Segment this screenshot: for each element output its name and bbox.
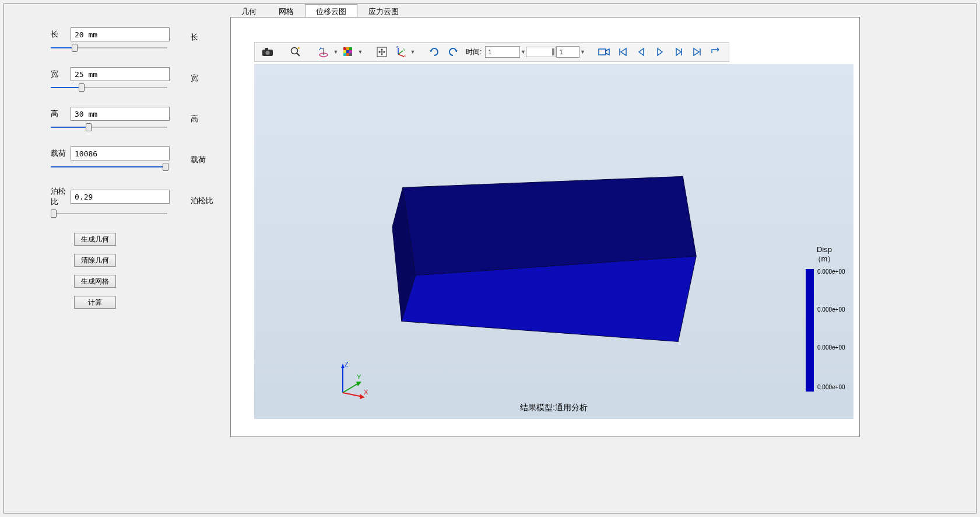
right-label-load: 载荷 xyxy=(191,155,214,165)
time-dropdown-icon[interactable]: ▼ xyxy=(520,49,526,55)
record-icon[interactable] xyxy=(596,44,612,60)
step-input[interactable] xyxy=(556,46,579,58)
probe-dropdown-icon[interactable]: ▼ xyxy=(333,49,339,55)
param-label-poisson: 泊松比 xyxy=(51,186,71,207)
generate-geometry-button[interactable]: 生成几何 xyxy=(74,233,116,246)
svg-rect-8 xyxy=(346,47,349,50)
probe-icon[interactable] xyxy=(315,44,332,60)
svg-rect-15 xyxy=(349,53,352,56)
colormap-icon[interactable] xyxy=(340,44,356,60)
skip-start-icon[interactable] xyxy=(614,44,631,60)
param-label-length: 长 xyxy=(51,29,71,40)
param-right-labels: 长 宽 高 载荷 泊松比 xyxy=(191,32,214,236)
step-back-icon[interactable] xyxy=(633,44,649,60)
svg-text:x: x xyxy=(404,54,406,57)
loop-icon[interactable] xyxy=(708,44,724,60)
svg-text:y: y xyxy=(403,47,405,51)
main-window: 长 宽 高 载荷 泊松比 xyxy=(3,4,977,513)
svg-point-3 xyxy=(291,48,298,54)
svg-point-1 xyxy=(266,51,270,55)
legend-tick-1: 0.000e+00 xyxy=(817,306,845,313)
step-forward-icon[interactable] xyxy=(670,44,687,60)
legend-title-2: （m） xyxy=(801,254,848,264)
svg-line-4 xyxy=(297,53,300,56)
legend-tick-0: 0.000e+00 xyxy=(817,268,845,275)
3d-viewport[interactable]: Z Y X 结果模型:通用分析 xyxy=(254,64,853,419)
viewport-toolbar: ▼ ▼ zyx ▼ 时间 xyxy=(254,42,729,62)
svg-text:z: z xyxy=(396,46,398,48)
poisson-input[interactable] xyxy=(71,190,170,204)
legend-tick-2: 0.000e+00 xyxy=(817,344,845,351)
param-label-width: 宽 xyxy=(51,69,71,79)
generate-mesh-button[interactable]: 生成网格 xyxy=(74,275,116,288)
param-label-load: 载荷 xyxy=(51,148,71,159)
svg-rect-9 xyxy=(349,47,352,50)
svg-rect-7 xyxy=(343,47,346,50)
time-slider[interactable] xyxy=(526,47,556,57)
legend-tick-3: 0.000e+00 xyxy=(817,384,845,390)
skip-end-icon[interactable] xyxy=(689,44,705,60)
model-label: 结果模型:通用分析 xyxy=(520,403,588,413)
rotate-cw-icon[interactable] xyxy=(426,44,442,60)
time-select[interactable] xyxy=(485,46,520,58)
right-label-width: 宽 xyxy=(191,73,214,83)
svg-line-33 xyxy=(343,383,359,393)
play-icon[interactable] xyxy=(652,44,668,60)
legend-bar xyxy=(806,269,814,392)
svg-text:X: X xyxy=(364,389,368,396)
axes-triad-icon[interactable]: zyx xyxy=(392,44,409,60)
width-input[interactable] xyxy=(71,67,170,81)
action-buttons: 生成几何 清除几何 生成网格 计算 xyxy=(74,233,226,309)
clear-geometry-button[interactable]: 清除几何 xyxy=(74,254,116,267)
color-legend: Disp （m） 0.000e+00 0.000e+00 0.000e+00 0… xyxy=(801,245,848,392)
length-input[interactable] xyxy=(71,27,170,41)
right-label-length: 长 xyxy=(191,32,214,43)
svg-rect-23 xyxy=(599,49,606,55)
svg-rect-10 xyxy=(343,50,346,53)
svg-line-36 xyxy=(343,393,363,397)
svg-line-19 xyxy=(398,51,403,54)
compute-button[interactable]: 计算 xyxy=(74,296,116,309)
axis-triad: Z Y X xyxy=(336,361,371,396)
svg-text:Y: Y xyxy=(357,373,361,380)
svg-rect-11 xyxy=(346,50,349,53)
right-label-height: 高 xyxy=(191,114,214,124)
rotate-ccw-icon[interactable] xyxy=(445,44,461,60)
load-input[interactable] xyxy=(71,146,170,160)
svg-line-18 xyxy=(398,54,404,57)
height-input[interactable] xyxy=(71,107,170,121)
svg-text:Z: Z xyxy=(345,361,349,368)
camera-icon[interactable] xyxy=(259,44,276,60)
svg-rect-13 xyxy=(343,53,346,56)
fit-view-icon[interactable] xyxy=(374,44,390,60)
legend-title-1: Disp xyxy=(801,245,848,254)
zoom-icon[interactable] xyxy=(287,44,304,60)
colormap-dropdown-icon[interactable]: ▼ xyxy=(357,49,363,55)
svg-rect-2 xyxy=(265,48,268,50)
svg-rect-12 xyxy=(349,50,352,53)
step-dropdown-icon[interactable]: ▼ xyxy=(579,49,585,55)
time-label: 时间: xyxy=(462,47,485,57)
right-label-poisson: 泊松比 xyxy=(191,195,214,206)
axes-dropdown-icon[interactable]: ▼ xyxy=(410,49,416,55)
viewport-frame: ▼ ▼ zyx ▼ 时间 xyxy=(230,17,860,437)
param-label-height: 高 xyxy=(51,109,71,119)
svg-rect-14 xyxy=(346,53,349,56)
